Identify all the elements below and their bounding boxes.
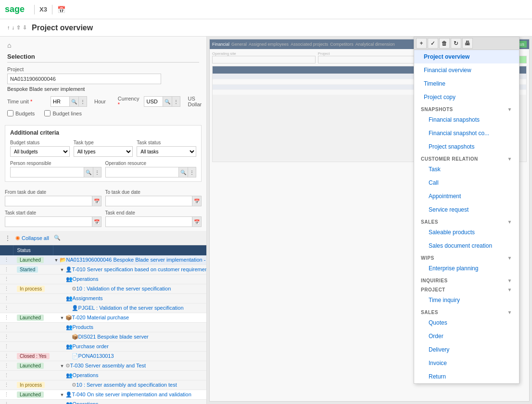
row-menu-dots[interactable]: ⋮ xyxy=(4,257,9,263)
from-task-due-date-cal-btn[interactable]: 📅 xyxy=(92,196,101,206)
task-status-select[interactable]: All tasks xyxy=(137,146,196,157)
table-row[interactable]: ⋮Launched▼👤T-040 On site server implemen… xyxy=(0,390,206,400)
table-menu-icon[interactable]: ⋮ xyxy=(5,235,11,241)
dropdown-sub-financial-snapshots[interactable]: Financial snapshots xyxy=(414,113,519,126)
expand-icon[interactable]: ▼ xyxy=(60,316,64,320)
row-menu-dots[interactable]: ⋮ xyxy=(4,372,9,378)
table-row[interactable]: ⋮In process⚙10 : Server assembly and spe… xyxy=(0,380,206,390)
table-row[interactable]: ⋮👥Operations0 xyxy=(0,275,206,284)
dropdown-delete-btn[interactable]: 🗑 xyxy=(439,38,450,49)
dropdown-sub-sales-document-creation[interactable]: Sales document creation xyxy=(414,239,519,252)
dropdown-print-btn[interactable]: 🖶 xyxy=(462,38,473,49)
dropdown-check-btn[interactable]: ✓ xyxy=(428,38,438,49)
dropdown-refresh-btn[interactable]: ↻ xyxy=(451,38,461,49)
table-search-icon[interactable]: 🔍 xyxy=(54,235,61,241)
dropdown-sub-service-request[interactable]: Service request xyxy=(414,203,519,216)
person-responsible-input[interactable] xyxy=(10,167,84,177)
dropdown-item-project-copy[interactable]: Project copy xyxy=(414,90,519,104)
dropdown-sub-invoice[interactable]: Invoice xyxy=(414,356,519,370)
dropdown-item-financial-overview[interactable]: Financial overview xyxy=(414,63,519,77)
row-menu-dots[interactable]: ⋮ xyxy=(4,305,9,311)
collapse-all-button[interactable]: ◉ Collapse all xyxy=(13,233,51,242)
expand-icon[interactable]: ▼ xyxy=(60,392,64,397)
from-task-due-date-input[interactable] xyxy=(5,196,92,206)
budgets-checkbox[interactable] xyxy=(7,110,13,116)
dropdown-item-project-overview[interactable]: Project overview xyxy=(414,50,519,63)
time-unit-input[interactable] xyxy=(51,96,70,107)
person-responsible-menu-btn[interactable]: ⋮ xyxy=(93,167,101,177)
time-unit-search-btn[interactable]: 🔍 xyxy=(70,96,79,107)
table-row[interactable]: ⋮Launched▼📂NA0131906000046 Bespoke Blade… xyxy=(0,255,206,265)
budget-lines-checkbox[interactable] xyxy=(44,110,51,116)
nav-down-icon[interactable]: ↓ xyxy=(12,25,15,31)
operation-resource-menu-btn[interactable]: ⋮ xyxy=(188,167,196,177)
currency-input[interactable] xyxy=(144,96,163,107)
nav-up-icon[interactable]: ↑ xyxy=(7,25,10,31)
currency-search-btn[interactable]: 🔍 xyxy=(163,96,172,107)
home-icon[interactable]: ⌂ xyxy=(7,41,11,49)
expand-icon[interactable]: ▼ xyxy=(54,258,59,263)
row-menu-dots[interactable]: ⋮ xyxy=(4,353,9,359)
dropdown-sub-project-snapshots[interactable]: Project snapshots xyxy=(414,140,519,153)
budgets-checkbox-label[interactable]: Budgets xyxy=(7,110,35,116)
row-menu-cell: ⋮ xyxy=(0,342,13,352)
table-row[interactable]: ⋮Launched▼📦T-020 Material purchase06/17/… xyxy=(0,313,206,323)
dropdown-sub-enterprise-planning[interactable]: Enterprise planning xyxy=(414,262,519,275)
budget-lines-checkbox-label[interactable]: Budget lines xyxy=(44,110,82,116)
expand-icon[interactable]: ▼ xyxy=(60,267,64,272)
dropdown-sub-financial-snapshot-co---[interactable]: Financial snapshot co... xyxy=(414,126,519,140)
dropdown-sub-appointment[interactable]: Appointment xyxy=(414,189,519,203)
to-task-due-date-cal-btn[interactable]: 📅 xyxy=(192,196,202,206)
row-menu-dots[interactable]: ⋮ xyxy=(4,295,9,301)
expand-icon[interactable]: ▼ xyxy=(60,364,64,368)
task-end-date-input[interactable] xyxy=(105,216,193,227)
row-menu-dots[interactable]: ⋮ xyxy=(4,286,9,291)
nav-top-icon[interactable]: ⇧ xyxy=(16,25,21,31)
table-row[interactable]: ⋮In process⚙10 : Validation of the serve… xyxy=(0,284,206,294)
currency-menu-btn[interactable]: ⋮ xyxy=(172,96,180,107)
table-row[interactable]: ⋮👥Purchase order0 xyxy=(0,342,206,352)
row-menu-dots[interactable]: ⋮ xyxy=(4,401,9,404)
budget-status-select[interactable]: All budgets xyxy=(10,146,70,157)
dropdown-sub-delivery[interactable]: Delivery xyxy=(414,343,519,356)
table-row[interactable]: ⋮👥Assignments0 xyxy=(0,294,206,303)
task-end-date-cal-btn[interactable]: 📅 xyxy=(192,216,202,227)
dropdown-sub-call[interactable]: Call xyxy=(414,176,519,189)
table-row[interactable]: ⋮👥Products0 xyxy=(0,323,206,332)
row-menu-dots[interactable]: ⋮ xyxy=(4,382,9,388)
table-row[interactable]: ⋮👥Operations xyxy=(0,400,206,404)
to-task-due-date-input[interactable] xyxy=(105,196,193,206)
time-unit-menu-btn[interactable]: ⋮ xyxy=(79,96,87,107)
task-type-select[interactable]: All types xyxy=(74,146,133,157)
row-menu-dots[interactable]: ⋮ xyxy=(4,391,9,397)
task-start-date-input[interactable] xyxy=(5,216,92,227)
dropdown-sub-saleable-products[interactable]: Saleable products xyxy=(414,226,519,239)
table-row[interactable]: ⋮Launched▼⚙T-030 Server assembly and Tes… xyxy=(0,361,206,371)
nav-bottom-icon[interactable]: ⇩ xyxy=(23,25,27,31)
dropdown-sub-task[interactable]: Task xyxy=(414,163,519,176)
task-start-date-cal-btn[interactable]: 📅 xyxy=(92,216,101,227)
calendar-icon[interactable]: 📅 xyxy=(57,6,65,13)
operation-resource-search-btn[interactable]: 🔍 xyxy=(179,167,188,177)
dropdown-sub-order[interactable]: Order xyxy=(414,329,519,343)
dropdown-sub-quotes[interactable]: Quotes xyxy=(414,316,519,329)
table-row[interactable]: ⋮👤PJGEL : Validation of the server speci… xyxy=(0,303,206,313)
row-menu-dots[interactable]: ⋮ xyxy=(4,276,9,282)
table-row[interactable]: ⋮👥Operations0 xyxy=(0,371,206,380)
operation-resource-input[interactable] xyxy=(105,167,179,177)
table-row[interactable]: ⋮Closed : Yes📄PONA013001306/28/190 xyxy=(0,352,206,361)
row-menu-dots[interactable]: ⋮ xyxy=(4,334,9,340)
row-menu-dots[interactable]: ⋮ xyxy=(4,363,9,368)
dropdown-sub-time-inquiry[interactable]: Time inquiry xyxy=(414,293,519,307)
row-menu-dots[interactable]: ⋮ xyxy=(4,343,9,349)
dropdown-sub-return[interactable]: Return xyxy=(414,370,519,383)
row-menu-dots[interactable]: ⋮ xyxy=(4,315,9,320)
person-responsible-search-btn[interactable]: 🔍 xyxy=(84,167,93,177)
dropdown-add-btn[interactable]: + xyxy=(416,38,427,49)
dropdown-item-timeline[interactable]: Timeline xyxy=(414,77,519,90)
row-menu-dots[interactable]: ⋮ xyxy=(4,266,9,272)
row-menu-dots[interactable]: ⋮ xyxy=(4,324,9,330)
project-input[interactable] xyxy=(7,74,161,84)
table-row[interactable]: ⋮📦DIS021 Bespoke blade server06/17/1906/… xyxy=(0,332,206,342)
table-row[interactable]: ⋮Started▼👤T-010 Server specification bas… xyxy=(0,265,206,275)
